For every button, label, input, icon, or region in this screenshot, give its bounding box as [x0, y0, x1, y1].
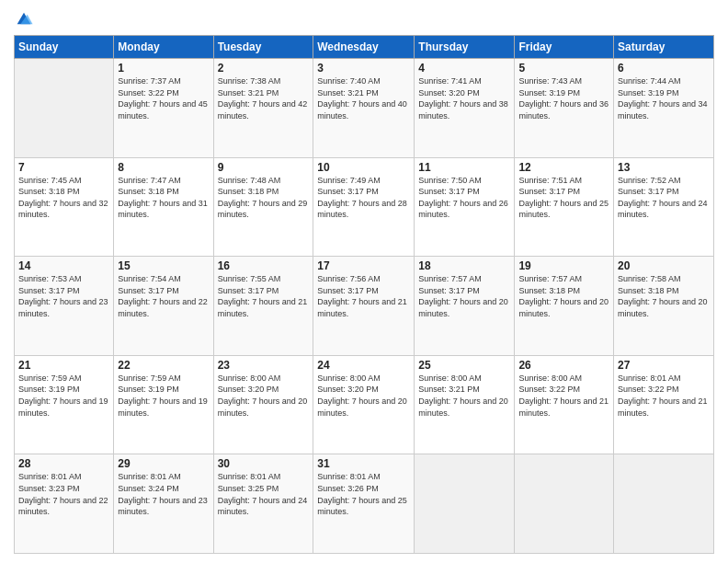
- col-header-monday: Monday: [114, 36, 213, 59]
- day-info: Sunrise: 7:58 AM Sunset: 3:18 PM Dayligh…: [618, 273, 710, 319]
- day-number: 19: [518, 259, 609, 272]
- day-info: Sunrise: 8:00 AM Sunset: 3:22 PM Dayligh…: [518, 373, 609, 419]
- logo: [14, 9, 37, 29]
- day-number: 16: [218, 259, 310, 272]
- day-cell: 15Sunrise: 7:54 AM Sunset: 3:17 PM Dayli…: [114, 257, 213, 356]
- day-cell: 20Sunrise: 7:58 AM Sunset: 3:18 PM Dayli…: [614, 257, 714, 356]
- day-cell: 14Sunrise: 7:53 AM Sunset: 3:17 PM Dayli…: [15, 257, 114, 356]
- week-row-4: 28Sunrise: 8:01 AM Sunset: 3:23 PM Dayli…: [15, 454, 714, 554]
- day-info: Sunrise: 8:01 AM Sunset: 3:23 PM Dayligh…: [18, 471, 109, 517]
- day-info: Sunrise: 8:00 AM Sunset: 3:20 PM Dayligh…: [317, 373, 410, 419]
- day-number: 18: [418, 259, 510, 272]
- day-cell: 3Sunrise: 7:40 AM Sunset: 3:21 PM Daylig…: [313, 59, 415, 158]
- col-header-wednesday: Wednesday: [313, 36, 415, 59]
- day-info: Sunrise: 8:00 AM Sunset: 3:20 PM Dayligh…: [218, 373, 310, 419]
- header-row: SundayMondayTuesdayWednesdayThursdayFrid…: [15, 36, 714, 59]
- col-header-sunday: Sunday: [15, 36, 114, 59]
- day-number: 26: [518, 359, 609, 372]
- week-row-3: 21Sunrise: 7:59 AM Sunset: 3:19 PM Dayli…: [15, 355, 714, 454]
- day-info: Sunrise: 7:49 AM Sunset: 3:17 PM Dayligh…: [317, 175, 410, 221]
- day-cell: 7Sunrise: 7:45 AM Sunset: 3:18 PM Daylig…: [15, 157, 114, 257]
- day-cell: 13Sunrise: 7:52 AM Sunset: 3:17 PM Dayli…: [614, 157, 714, 257]
- day-info: Sunrise: 8:01 AM Sunset: 3:25 PM Dayligh…: [218, 471, 310, 517]
- day-number: 7: [18, 161, 109, 174]
- day-info: Sunrise: 7:38 AM Sunset: 3:21 PM Dayligh…: [218, 75, 310, 121]
- day-info: Sunrise: 8:01 AM Sunset: 3:22 PM Dayligh…: [618, 373, 710, 419]
- day-cell: 26Sunrise: 8:00 AM Sunset: 3:22 PM Dayli…: [515, 355, 614, 454]
- day-number: 8: [118, 161, 209, 174]
- day-info: Sunrise: 7:53 AM Sunset: 3:17 PM Dayligh…: [18, 273, 109, 319]
- day-cell: [15, 59, 114, 158]
- day-number: 31: [317, 457, 410, 470]
- col-header-friday: Friday: [515, 36, 614, 59]
- day-number: 11: [418, 161, 510, 174]
- day-info: Sunrise: 8:01 AM Sunset: 3:26 PM Dayligh…: [317, 471, 410, 517]
- day-info: Sunrise: 7:52 AM Sunset: 3:17 PM Dayligh…: [618, 175, 710, 221]
- day-info: Sunrise: 7:41 AM Sunset: 3:20 PM Dayligh…: [418, 75, 510, 121]
- day-cell: 22Sunrise: 7:59 AM Sunset: 3:19 PM Dayli…: [114, 355, 213, 454]
- day-cell: 16Sunrise: 7:55 AM Sunset: 3:17 PM Dayli…: [213, 257, 313, 356]
- day-info: Sunrise: 7:57 AM Sunset: 3:18 PM Dayligh…: [518, 273, 609, 319]
- day-cell: 8Sunrise: 7:47 AM Sunset: 3:18 PM Daylig…: [114, 157, 213, 257]
- day-info: Sunrise: 7:51 AM Sunset: 3:17 PM Dayligh…: [518, 175, 609, 221]
- page: SundayMondayTuesdayWednesdayThursdayFrid…: [0, 0, 728, 563]
- day-number: 24: [317, 359, 410, 372]
- day-number: 25: [418, 359, 510, 372]
- day-cell: [614, 454, 714, 554]
- day-info: Sunrise: 7:54 AM Sunset: 3:17 PM Dayligh…: [118, 273, 209, 319]
- day-cell: 11Sunrise: 7:50 AM Sunset: 3:17 PM Dayli…: [415, 157, 515, 257]
- day-info: Sunrise: 7:50 AM Sunset: 3:17 PM Dayligh…: [418, 175, 510, 221]
- day-info: Sunrise: 8:00 AM Sunset: 3:21 PM Dayligh…: [418, 373, 510, 419]
- day-number: 13: [618, 161, 710, 174]
- day-number: 27: [618, 359, 710, 372]
- week-row-2: 14Sunrise: 7:53 AM Sunset: 3:17 PM Dayli…: [15, 257, 714, 356]
- day-number: 28: [18, 457, 109, 470]
- day-number: 3: [317, 62, 410, 75]
- day-number: 2: [218, 62, 310, 75]
- day-number: 5: [518, 62, 609, 75]
- day-cell: 4Sunrise: 7:41 AM Sunset: 3:20 PM Daylig…: [415, 59, 515, 158]
- header: [14, 9, 714, 29]
- day-number: 22: [118, 359, 209, 372]
- col-header-tuesday: Tuesday: [213, 36, 313, 59]
- day-cell: 2Sunrise: 7:38 AM Sunset: 3:21 PM Daylig…: [213, 59, 313, 158]
- day-info: Sunrise: 7:48 AM Sunset: 3:18 PM Dayligh…: [218, 175, 310, 221]
- day-number: 10: [317, 161, 410, 174]
- day-number: 17: [317, 259, 410, 272]
- day-info: Sunrise: 7:59 AM Sunset: 3:19 PM Dayligh…: [118, 373, 209, 419]
- day-cell: 23Sunrise: 8:00 AM Sunset: 3:20 PM Dayli…: [213, 355, 313, 454]
- day-cell: 27Sunrise: 8:01 AM Sunset: 3:22 PM Dayli…: [614, 355, 714, 454]
- day-info: Sunrise: 7:59 AM Sunset: 3:19 PM Dayligh…: [18, 373, 109, 419]
- day-cell: 5Sunrise: 7:43 AM Sunset: 3:19 PM Daylig…: [515, 59, 614, 158]
- logo-icon: [14, 9, 34, 29]
- day-number: 4: [418, 62, 510, 75]
- day-number: 15: [118, 259, 209, 272]
- day-number: 6: [618, 62, 710, 75]
- day-cell: [515, 454, 614, 554]
- day-cell: 21Sunrise: 7:59 AM Sunset: 3:19 PM Dayli…: [15, 355, 114, 454]
- day-cell: [415, 454, 515, 554]
- day-info: Sunrise: 7:55 AM Sunset: 3:17 PM Dayligh…: [218, 273, 310, 319]
- day-info: Sunrise: 7:47 AM Sunset: 3:18 PM Dayligh…: [118, 175, 209, 221]
- day-number: 30: [218, 457, 310, 470]
- calendar-table: SundayMondayTuesdayWednesdayThursdayFrid…: [14, 35, 714, 554]
- day-cell: 25Sunrise: 8:00 AM Sunset: 3:21 PM Dayli…: [415, 355, 515, 454]
- day-cell: 29Sunrise: 8:01 AM Sunset: 3:24 PM Dayli…: [114, 454, 213, 554]
- day-number: 20: [618, 259, 710, 272]
- day-cell: 31Sunrise: 8:01 AM Sunset: 3:26 PM Dayli…: [313, 454, 415, 554]
- day-info: Sunrise: 7:45 AM Sunset: 3:18 PM Dayligh…: [18, 175, 109, 221]
- day-cell: 24Sunrise: 8:00 AM Sunset: 3:20 PM Dayli…: [313, 355, 415, 454]
- day-info: Sunrise: 7:37 AM Sunset: 3:22 PM Dayligh…: [118, 75, 209, 121]
- day-info: Sunrise: 7:44 AM Sunset: 3:19 PM Dayligh…: [618, 75, 710, 121]
- day-info: Sunrise: 7:40 AM Sunset: 3:21 PM Dayligh…: [317, 75, 410, 121]
- day-cell: 1Sunrise: 7:37 AM Sunset: 3:22 PM Daylig…: [114, 59, 213, 158]
- day-info: Sunrise: 7:56 AM Sunset: 3:17 PM Dayligh…: [317, 273, 410, 319]
- day-cell: 10Sunrise: 7:49 AM Sunset: 3:17 PM Dayli…: [313, 157, 415, 257]
- day-cell: 17Sunrise: 7:56 AM Sunset: 3:17 PM Dayli…: [313, 257, 415, 356]
- day-cell: 12Sunrise: 7:51 AM Sunset: 3:17 PM Dayli…: [515, 157, 614, 257]
- day-number: 14: [18, 259, 109, 272]
- day-cell: 18Sunrise: 7:57 AM Sunset: 3:17 PM Dayli…: [415, 257, 515, 356]
- day-number: 23: [218, 359, 310, 372]
- day-cell: 28Sunrise: 8:01 AM Sunset: 3:23 PM Dayli…: [15, 454, 114, 554]
- week-row-0: 1Sunrise: 7:37 AM Sunset: 3:22 PM Daylig…: [15, 59, 714, 158]
